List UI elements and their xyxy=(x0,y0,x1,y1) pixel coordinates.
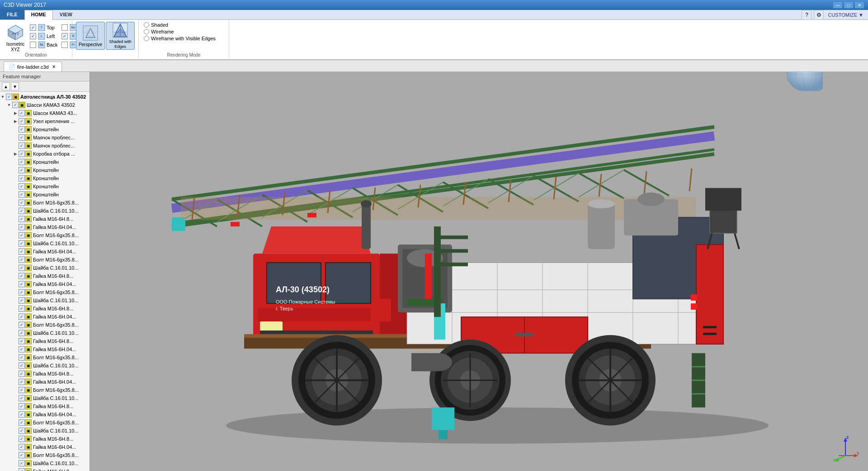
front-checkbox[interactable] xyxy=(61,42,68,48)
tree-expand-icon[interactable] xyxy=(13,208,18,214)
tree-checkbox[interactable]: ✓ xyxy=(19,118,25,124)
tree-expand-icon[interactable] xyxy=(13,224,18,230)
tree-checkbox[interactable]: ✓ xyxy=(19,387,25,393)
tree-checkbox[interactable]: ✓ xyxy=(19,314,25,320)
tree-item[interactable]: ✓▣Гайка М16-6Н.04... xyxy=(0,280,90,288)
tree-item[interactable]: ✓▣Гайка М16-6Н.04... xyxy=(0,410,90,419)
tree-expand-icon[interactable] xyxy=(13,452,18,458)
tree-expand-icon[interactable] xyxy=(13,420,18,425)
collapse-all-button[interactable]: ▲ xyxy=(2,82,10,90)
tree-expand-icon[interactable] xyxy=(13,322,18,328)
tree-item[interactable]: ✓▣Маячок проблес... xyxy=(0,142,90,150)
tree-expand-icon[interactable] xyxy=(13,265,18,271)
tree-expand-icon[interactable] xyxy=(13,347,18,352)
tree-item[interactable]: ▶✓▣Узел крепления ... xyxy=(0,117,90,125)
tree-expand-icon[interactable] xyxy=(13,176,18,181)
tree-item[interactable]: ✓▣Гайка М16-6Н.8... xyxy=(0,304,90,313)
tree-checkbox[interactable]: ✓ xyxy=(19,419,25,426)
tree-checkbox[interactable]: ✓ xyxy=(19,395,25,401)
tree-checkbox[interactable]: ✓ xyxy=(19,452,25,458)
wireframe-visible-option[interactable]: Wireframe with Visible Edges xyxy=(142,35,217,42)
tree-item[interactable]: ✓▣Гайка М16-6Н.8... xyxy=(0,467,90,471)
tree-expand-icon[interactable] xyxy=(13,404,18,409)
tree-expand-icon[interactable] xyxy=(13,314,18,319)
tree-item[interactable]: ✓▣Шайба С.16.01.10... xyxy=(0,459,90,467)
tree-expand-icon[interactable]: ▶ xyxy=(13,151,18,157)
tree-item[interactable]: ✓▣Маячок проблес... xyxy=(0,133,90,142)
tree-expand-icon[interactable] xyxy=(13,184,18,189)
tree-expand-icon[interactable] xyxy=(13,135,18,140)
tree-checkbox[interactable]: ✓ xyxy=(19,468,25,471)
tree-expand-icon[interactable] xyxy=(13,273,18,279)
perspective-button[interactable]: Perspective xyxy=(76,22,105,50)
tree-item[interactable]: ✓▣Шайба С.16.01.10... xyxy=(0,239,90,247)
tree-item[interactable]: ✓▣Гайка М16-6Н.8... xyxy=(0,272,90,280)
tree-checkbox[interactable]: ✓ xyxy=(19,273,25,279)
tree-checkbox[interactable]: ✓ xyxy=(19,297,25,304)
orient-back[interactable]: Bk Back xyxy=(28,41,59,49)
tree-checkbox[interactable]: ✓ xyxy=(19,167,25,173)
tree-expand-icon[interactable] xyxy=(13,192,18,197)
tree-item[interactable]: ✓▣Гайка М16-6Н.8... xyxy=(0,370,90,378)
tree-checkbox[interactable]: ✓ xyxy=(19,159,25,165)
tree-item[interactable]: ✓▣Болт М16-6gx35.8... xyxy=(0,321,90,329)
tree-expand-icon[interactable] xyxy=(13,241,18,246)
tree-item[interactable]: ✓▣Шайба С.16.01.10... xyxy=(0,427,90,435)
tree-expand-icon[interactable] xyxy=(13,412,18,417)
tree-checkbox[interactable]: ✓ xyxy=(19,151,25,157)
tree-expand-icon[interactable]: ▶ xyxy=(13,110,18,116)
tree-checkbox[interactable]: ✓ xyxy=(19,191,25,198)
tab-home[interactable]: HOME xyxy=(24,10,53,20)
tree-expand-icon[interactable]: ▼ xyxy=(0,94,5,100)
tree-expand-icon[interactable] xyxy=(13,469,18,471)
tree-expand-icon[interactable] xyxy=(13,127,18,132)
tree-item[interactable]: ✓▣Гайка М16-6Н.04... xyxy=(0,313,90,321)
left-checkbox[interactable]: ✓ xyxy=(30,33,36,39)
tree-checkbox[interactable]: ✓ xyxy=(6,94,12,100)
right-checkbox[interactable]: ✓ xyxy=(61,33,68,39)
wireframe-radio[interactable] xyxy=(144,29,149,34)
tree-item[interactable]: ✓▣Шайба С.16.01.10... xyxy=(0,207,90,215)
tree-checkbox[interactable]: ✓ xyxy=(19,110,25,116)
tree-checkbox[interactable]: ✓ xyxy=(19,175,25,181)
tree-item[interactable]: ✓▣Болт М16-6gx35.8... xyxy=(0,256,90,264)
tree-expand-icon[interactable] xyxy=(13,290,18,295)
tree-checkbox[interactable]: ✓ xyxy=(19,338,25,344)
tree-expand-icon[interactable] xyxy=(13,249,18,254)
tree-item[interactable]: ✓▣Болт М16-6gx35.8... xyxy=(0,288,90,296)
wireframe-visible-radio[interactable] xyxy=(144,36,149,41)
tree-expand-icon[interactable] xyxy=(13,143,18,148)
tree-expand-icon[interactable] xyxy=(13,306,18,311)
expand-all-button[interactable]: ▼ xyxy=(11,82,19,90)
isometric-button[interactable]: XYZ IsometricXYZ xyxy=(4,22,27,54)
tree-item[interactable]: ✓▣Шайба С.16.01.10... xyxy=(0,394,90,402)
tree-checkbox[interactable]: ✓ xyxy=(19,436,25,442)
file-tab[interactable]: 📄 fire-ladder.c3d ✕ xyxy=(4,62,62,71)
tree-item[interactable]: ▼✓▣Шасси КАМАЗ 43502 xyxy=(0,101,90,109)
tree-item[interactable]: ✓▣Гайка М16-6Н.04... xyxy=(0,378,90,386)
tree-item[interactable]: ▶✓▣Коробка отбора ... xyxy=(0,150,90,158)
tree-checkbox[interactable]: ✓ xyxy=(19,330,25,336)
tree-expand-icon[interactable] xyxy=(13,379,18,385)
tree-checkbox[interactable]: ✓ xyxy=(19,305,25,312)
tree-item[interactable]: ✓▣Кронштейн xyxy=(0,190,90,199)
tree-checkbox[interactable]: ✓ xyxy=(19,257,25,263)
shaded-edges-button[interactable]: Shaded withEdges xyxy=(106,22,135,50)
tree-checkbox[interactable]: ✓ xyxy=(19,460,25,466)
tree-checkbox[interactable]: ✓ xyxy=(19,379,25,385)
tree-expand-icon[interactable] xyxy=(13,216,18,222)
tree-checkbox[interactable]: ✓ xyxy=(19,232,25,238)
tree-checkbox[interactable]: ✓ xyxy=(19,126,25,133)
tree-checkbox[interactable]: ✓ xyxy=(19,289,25,295)
tree-checkbox[interactable]: ✓ xyxy=(19,216,25,222)
close-button[interactable]: ✕ xyxy=(854,1,864,9)
tree-expand-icon[interactable]: ▶ xyxy=(13,119,18,124)
tree-expand-icon[interactable] xyxy=(13,338,18,344)
tree-checkbox[interactable]: ✓ xyxy=(19,362,25,369)
tree-item[interactable]: ✓▣Кронштейн xyxy=(0,158,90,166)
tree-item[interactable]: ✓▣Шайба С.16.01.10... xyxy=(0,362,90,370)
tree-expand-icon[interactable] xyxy=(13,436,18,442)
back-checkbox[interactable] xyxy=(30,42,36,48)
tree-checkbox[interactable]: ✓ xyxy=(19,346,25,352)
tree-expand-icon[interactable]: ▼ xyxy=(6,102,12,108)
